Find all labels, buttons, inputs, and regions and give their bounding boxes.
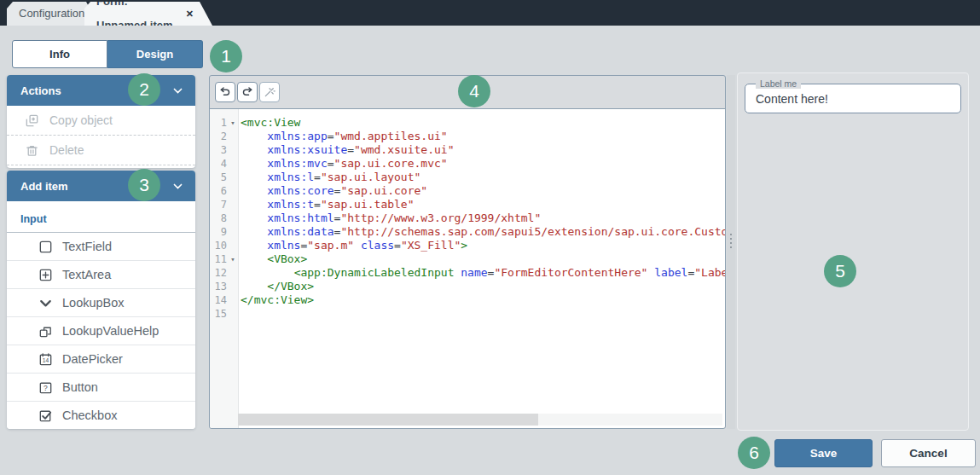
code-line: 10 xmlns="sap.m" class="XS_Fill">: [210, 239, 725, 252]
properties-panel: Label me: [737, 72, 969, 431]
add-item-label: Checkbox: [62, 408, 117, 422]
format-wand-button[interactable]: [259, 82, 280, 102]
code-lines: 1▾<mvc:View2 xmlns:app="wmd.apptiles.ui"…: [210, 116, 725, 321]
info-tab-button[interactable]: Info: [12, 40, 107, 68]
svg-text:14: 14: [43, 357, 49, 363]
code-area[interactable]: 1▾<mvc:View2 xmlns:app="wmd.apptiles.ui"…: [210, 108, 725, 428]
actions-panel-items: Copy objectDelete: [7, 106, 195, 165]
annotation-badge-5: 5: [824, 255, 856, 287]
lookupbox-icon: [38, 295, 54, 311]
code-line: 6 xmlns:core="sap.ui.core": [210, 184, 725, 198]
chevron-down-icon[interactable]: [172, 181, 183, 192]
add-item-panel-header[interactable]: Add item: [7, 171, 195, 201]
action-item-copy-object[interactable]: Copy object: [7, 106, 195, 135]
add-item-lookupvaluehelp[interactable]: LookupValueHelp: [7, 317, 195, 345]
code-line: 11▾ <VBox>: [210, 252, 725, 266]
line-number: 3: [210, 143, 227, 157]
line-number: 14: [210, 293, 227, 307]
view-switch: Info Design: [12, 40, 203, 68]
add-item-button[interactable]: ?Button: [7, 374, 195, 402]
tab-bar: Configuration Form: Unnamed item ✕: [0, 0, 980, 26]
add-item-list: TextFieldTextAreaLookupBoxLookupValueHel…: [7, 233, 195, 429]
field-label: Label me: [756, 78, 801, 89]
scrollbar-thumb[interactable]: [238, 414, 538, 426]
code-line: 9 xmlns:data="http://schemas.sap.com/sap…: [210, 225, 725, 239]
line-number: 4: [210, 157, 227, 171]
svg-text:?: ?: [43, 384, 48, 392]
annotation-badge-4: 4: [458, 75, 490, 107]
lookupvaluehelp-icon: [38, 323, 54, 339]
redo-button[interactable]: [237, 82, 258, 102]
line-number: 8: [210, 211, 227, 225]
horizontal-scrollbar[interactable]: [238, 414, 722, 426]
add-item-textarea[interactable]: TextArea: [7, 261, 195, 289]
add-item-lookupbox[interactable]: LookupBox: [7, 289, 195, 317]
save-button[interactable]: Save: [774, 439, 873, 467]
cancel-button[interactable]: Cancel: [881, 439, 976, 467]
panel-splitter[interactable]: [727, 75, 735, 429]
annotation-badge-3: 3: [128, 169, 160, 201]
add-item-textfield[interactable]: TextField: [7, 233, 195, 261]
add-item-label: LookupBox: [62, 296, 125, 310]
gutter-spacer: [227, 211, 239, 225]
line-number: 7: [210, 198, 227, 211]
line-number: 13: [210, 280, 227, 293]
copy-icon: [24, 113, 40, 129]
dashed-divider: [7, 165, 195, 165]
add-item-label: Button: [62, 380, 98, 394]
annotation-badge-6: 6: [738, 437, 770, 469]
action-item-delete[interactable]: Delete: [7, 136, 195, 165]
add-item-panel-title: Add item: [20, 180, 68, 193]
line-number: 15: [210, 307, 227, 321]
gutter-spacer: [227, 225, 239, 239]
redo-icon: [241, 86, 253, 98]
textfield-icon: [38, 239, 54, 255]
add-item-label: DatePicker: [62, 352, 123, 366]
line-number: 10: [210, 239, 227, 252]
action-item-label: Delete: [49, 143, 84, 157]
chevron-down-icon[interactable]: [172, 85, 183, 96]
add-item-label: TextField: [62, 240, 112, 253]
add-item-datepicker[interactable]: 14DatePicker: [7, 345, 195, 374]
line-number: 12: [210, 266, 227, 280]
actions-panel-header[interactable]: Actions: [7, 75, 195, 106]
line-number: 1: [210, 116, 227, 130]
form-editor-app: Configuration Form: Unnamed item ✕ Info …: [0, 0, 980, 475]
code-line: 13 </VBox>: [210, 280, 725, 293]
gutter-spacer: [227, 198, 239, 211]
code-line: 1▾<mvc:View: [210, 116, 725, 130]
gutter-spacer: [227, 307, 239, 321]
gutter-spacer: [227, 239, 239, 252]
code-line: 3 xmlns:xsuite="wmd.xsuite.ui": [210, 143, 725, 157]
code-line: 2 xmlns:app="wmd.apptiles.ui": [210, 130, 725, 143]
code-line: 7 xmlns:t="sap.ui.table": [210, 198, 725, 211]
gutter-spacer: [227, 157, 239, 171]
add-item-panel: Add item Input TextFieldTextAreaLookupBo…: [7, 171, 195, 429]
trash-icon: [24, 142, 40, 159]
textarea-icon: [38, 267, 54, 283]
line-number: 2: [210, 130, 227, 143]
code-line: 5 xmlns:l="sap.ui.layout": [210, 171, 725, 184]
design-tab-button[interactable]: Design: [107, 40, 203, 68]
action-item-label: Copy object: [49, 113, 113, 127]
gutter-spacer: [227, 143, 239, 157]
actions-panel: Actions Copy objectDelete: [7, 75, 195, 168]
close-tab-icon[interactable]: ✕: [186, 2, 194, 26]
gutter-spacer: [227, 280, 239, 293]
gutter-spacer: [227, 293, 239, 307]
annotation-badge-2: 2: [128, 73, 160, 106]
category-label-input: Input: [20, 213, 195, 225]
add-item-label: LookupValueHelp: [62, 324, 159, 338]
fold-arrow-icon[interactable]: ▾: [227, 116, 239, 130]
line-number: 5: [210, 171, 227, 184]
fold-arrow-icon[interactable]: ▾: [227, 252, 239, 266]
splitter-grip-icon: [730, 234, 732, 248]
add-item-checkbox[interactable]: Checkbox: [7, 402, 195, 429]
datepicker-icon: 14: [38, 351, 54, 368]
annotation-badge-1: 1: [210, 40, 242, 72]
undo-button[interactable]: [215, 82, 235, 102]
code-line: 14</mvc:View>: [210, 293, 725, 307]
gutter-spacer: [227, 184, 239, 198]
tab-form-unnamed-item[interactable]: Form: Unnamed item ✕: [84, 2, 212, 26]
add-item-label: TextArea: [62, 268, 111, 281]
